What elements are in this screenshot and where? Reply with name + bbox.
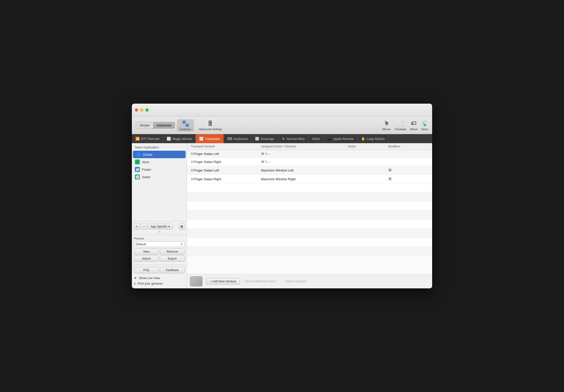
col-notes: Notes <box>348 145 388 148</box>
news-label: News <box>421 128 428 131</box>
leap-motion-icon: ✋ <box>361 137 365 141</box>
attach-action-button[interactable]: Attach Additional Action <box>242 278 278 284</box>
empty-row <box>187 202 432 211</box>
about-toolbar-item[interactable]: 🏷 About <box>410 120 417 131</box>
sidebar-header: Select Application: <box>132 143 187 151</box>
advanced-mode-button[interactable]: Advanced <box>153 122 175 128</box>
trackpads-icon: ⬜ <box>199 137 203 141</box>
print-gestures-row[interactable]: ≡ Print your gestures <box>134 281 185 286</box>
sidebar-actions: + − App Specific ▾ ⚙ <box>134 224 185 230</box>
paw-icon: 🐾 <box>181 120 189 127</box>
col-gesture: Trackpad Gesture <box>191 145 261 148</box>
gesture-name: 3 Finger Swipe Left <box>191 168 261 172</box>
table-row[interactable]: 3 Finger Swipe Left ⌘⌥← <box>187 150 432 158</box>
app-item-global[interactable]: 🌐 Global <box>133 151 186 158</box>
show-live-view-row[interactable]: 👁 Show Live View <box>134 275 185 281</box>
tab-magic-mouse-label: Magic Mouse <box>172 137 192 141</box>
sidebar: Select Application: 🌐 Global ⚛ Atom 📁 Fi… <box>132 143 187 288</box>
remove-app-button[interactable]: − <box>141 224 147 230</box>
remove-preset-button[interactable]: Remove <box>160 249 185 255</box>
import-preset-button[interactable]: Import <box>134 256 159 262</box>
trackpad-icon: ⬜ <box>397 120 404 127</box>
simple-mode-button[interactable]: Simple <box>136 122 153 128</box>
scroll-dot <box>159 231 160 233</box>
app-specific-button[interactable]: App Specific ▾ <box>148 224 173 229</box>
trackpad-thumbnail <box>190 276 202 286</box>
tab-leap-motion-label: Leap Motion <box>367 137 385 141</box>
empty-row <box>187 229 432 238</box>
gesture-modifiers: ⌘ <box>388 177 428 181</box>
maximize-button[interactable] <box>145 108 149 112</box>
btt-remote-icon: 📶 <box>135 137 140 141</box>
tab-other[interactable]: Other <box>309 134 324 143</box>
faq-feedback-row: FAQ Feedback <box>134 267 185 273</box>
delete-selected-button[interactable]: – Delete selected <box>280 278 309 284</box>
add-app-button[interactable]: + <box>134 224 140 230</box>
app-item-atom-label: Atom <box>142 160 149 164</box>
gestures-toolbar-item[interactable]: 🐾 Gestures <box>177 119 194 132</box>
tab-btt-remote[interactable]: 📶 BTT Remote <box>132 134 163 143</box>
add-gesture-button[interactable]: + Add New Gesture <box>206 278 240 285</box>
trackpad-label: Trackpad <box>395 128 406 131</box>
app-item-atom[interactable]: ⚛ Atom <box>132 158 187 166</box>
gear-button[interactable]: ⚙ <box>179 224 185 230</box>
tab-normal-mice[interactable]: 🖱 Normal Mice <box>278 134 309 143</box>
magic-mouse-icon: ⬜ <box>167 137 171 141</box>
apple-remote-icon: 📱 <box>327 137 332 141</box>
tab-drawings[interactable]: 🔄 Drawings <box>251 134 278 143</box>
close-button[interactable] <box>135 108 138 112</box>
gesture-action: Maximize Window Left <box>261 168 348 172</box>
gesture-name: 3 Finger Swipe Right <box>191 160 261 164</box>
feedback-button[interactable]: Feedback <box>160 267 185 273</box>
keyboard-icon: ⌨ <box>227 137 232 141</box>
trackpad-toolbar-item[interactable]: ⬜ Trackpad <box>395 120 406 131</box>
export-preset-button[interactable]: Export <box>160 256 185 262</box>
content-area: Select Application: 🌐 Global ⚛ Atom 📁 Fi… <box>132 143 432 288</box>
eye-icon: 👁 <box>134 276 137 280</box>
new-preset-button[interactable]: New <box>134 249 159 255</box>
show-live-view-label: Show Live View <box>139 276 160 280</box>
gesture-footer: + Add New Gesture Attach Additional Acti… <box>187 274 432 288</box>
advanced-settings-label: Advanced Settings <box>199 128 222 131</box>
drawings-icon: 🔄 <box>255 137 259 141</box>
tab-leap-motion[interactable]: ✋ Leap Motion <box>358 134 389 143</box>
tab-keyboard[interactable]: ⌨ Keyboard <box>224 134 251 143</box>
normal-mice-icon: 🖱 <box>281 137 285 141</box>
tab-normal-mice-label: Normal Mice <box>287 137 305 141</box>
presets-label: Presets <box>134 237 185 240</box>
tab-magic-mouse[interactable]: ⬜ Magic Mouse <box>163 134 195 143</box>
app-item-safari-label: Safari <box>142 175 150 179</box>
main-window: Simple Advanced 🐾 Gestures 🎚 Advanced Se… <box>132 104 432 288</box>
atom-icon: ⚛ <box>135 159 140 164</box>
empty-rows <box>187 183 432 274</box>
tab-apple-remote[interactable]: 📱 Apple Remote <box>324 134 357 143</box>
presets-section: Presets Default ⇕ New Remove Import Expo… <box>132 235 187 265</box>
gesture-action: ⌘⌥← <box>261 152 348 156</box>
tab-trackpads-label: Trackpads <box>205 137 220 141</box>
empty-row <box>187 247 432 256</box>
table-row[interactable]: 3 Finger Swipe Right ⌘⌥→ <box>187 158 432 166</box>
table-row[interactable]: 3 Finger Swipe Left Maximize Window Left… <box>187 166 432 175</box>
sliders-icon: 🎚 <box>207 120 214 127</box>
chevron-down-icon: ▾ <box>168 225 170 228</box>
mouse-icon: 🖱 <box>384 120 389 127</box>
table-row[interactable]: 3 Finger Swipe Right Maximize Window Rig… <box>187 175 432 183</box>
minimize-button[interactable] <box>140 108 143 112</box>
app-item-finder[interactable]: 📁 Finder <box>132 166 187 173</box>
app-item-global-label: Global <box>143 153 152 156</box>
presets-buttons: New Remove Import Export <box>134 249 185 262</box>
scroll-indicator <box>134 231 185 233</box>
app-item-safari[interactable]: 🧭 Safari <box>132 173 187 181</box>
empty-row <box>187 183 432 192</box>
presets-select[interactable]: Default ⇕ <box>134 241 185 247</box>
app-specific-label: App Specific <box>151 225 167 228</box>
tab-trackpads[interactable]: ⬜ Trackpads <box>196 134 224 143</box>
faq-button[interactable]: FAQ <box>134 267 159 273</box>
mouse-toolbar-item[interactable]: 🖱 Mouse <box>382 120 391 131</box>
safari-icon: 🧭 <box>135 174 140 179</box>
news-toolbar-item[interactable]: 📡 News <box>421 120 428 131</box>
tab-apple-remote-label: Apple Remote <box>333 137 354 141</box>
toolbar-right: 🖱 Mouse ⬜ Trackpad 🏷 About 📡 News <box>382 120 428 131</box>
advanced-settings-toolbar-item[interactable]: 🎚 Advanced Settings <box>196 119 225 132</box>
gesture-action: ⌘⌥→ <box>261 160 348 164</box>
